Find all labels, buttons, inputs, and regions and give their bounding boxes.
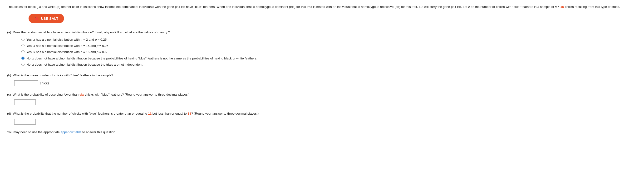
six-highlight: six [80, 93, 84, 96]
part-a-radio-4[interactable] [22, 56, 24, 60]
part-b-question: (b) What is the mean number of chicks wi… [7, 73, 637, 78]
part-a-radio-1[interactable] [22, 38, 24, 41]
part-a-option-2[interactable]: Yes, x has a binomial distribution with … [22, 44, 637, 48]
part-a-option-4[interactable]: No, x does not have a binomial distribut… [22, 56, 637, 61]
use-salt-label: USE SALT [41, 16, 58, 20]
part-c-letter: (c) [7, 93, 11, 96]
part-a-option-1[interactable]: Yes, x has a binomial distribution with … [22, 37, 637, 42]
part-a-option-3[interactable]: Yes, x has a binomial distribution with … [22, 50, 637, 54]
footer-note: You may need to use the appropriate appe… [7, 130, 637, 134]
part-d-input-row [14, 119, 637, 124]
part-d-input[interactable] [14, 119, 36, 124]
part-a-radio-2[interactable] [22, 44, 24, 47]
part-a-radio-3[interactable] [22, 50, 24, 53]
bookmark-icon: 🔖 [34, 16, 39, 21]
part-c-question: (c) What is the probability of observing… [7, 92, 637, 97]
appendix-table-link[interactable]: appendix table [61, 130, 82, 134]
intro-paragraph: The alleles for black (B) and white (b) … [7, 4, 637, 10]
part-a-question: (a) Does the random variable x have a bi… [7, 30, 637, 35]
n-value: 15 [560, 5, 564, 8]
part-b-block: (b) What is the mean number of chicks wi… [7, 73, 637, 86]
part-a-radio-5[interactable] [22, 63, 24, 66]
part-b-unit: chicks [40, 81, 49, 85]
part-a-option-5[interactable]: No, x does not have a binomial distribut… [22, 62, 637, 67]
part-c-input[interactable] [14, 100, 36, 105]
part-d-letter: (d) [7, 112, 11, 115]
part-d-block: (d) What is the probability that the num… [7, 111, 637, 124]
part-b-input-row: chicks [14, 80, 637, 86]
use-salt-button[interactable]: 🔖 USE SALT [28, 14, 64, 23]
eleven-highlight: 11 [148, 112, 152, 115]
part-a-options: Yes, x has a binomial distribution with … [22, 37, 637, 67]
footer-text-before: You may need to use the appropriate [7, 130, 61, 134]
part-a-block: (a) Does the random variable x have a bi… [7, 30, 637, 67]
part-d-question: (d) What is the probability that the num… [7, 111, 637, 116]
part-a-letter: (a) [7, 30, 11, 34]
part-c-block: (c) What is the probability of observing… [7, 92, 637, 106]
thirteen-highlight: 13 [188, 112, 191, 115]
footer-text-after: to answer this question. [82, 130, 116, 134]
part-c-input-row [14, 100, 637, 105]
part-b-input[interactable] [14, 80, 38, 86]
part-b-letter: (b) [7, 74, 11, 77]
